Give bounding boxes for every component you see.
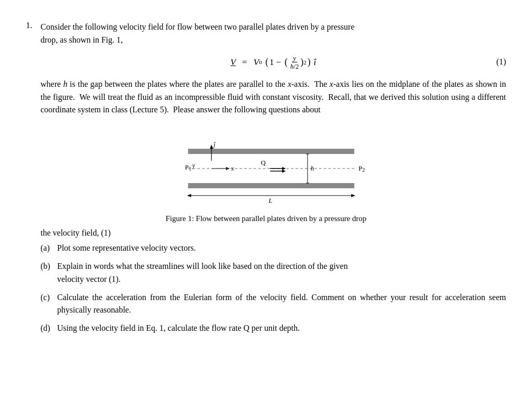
velocity-field-line: the velocity field, (1): [41, 228, 506, 238]
flow-arrow1-head: [282, 167, 286, 170]
figure-caption: Figure 1: Flow between parallel plates d…: [166, 214, 367, 223]
part-c-text: Calculate the acceleration from the Eule…: [57, 291, 506, 317]
problem-container: 1. Consider the following velocity field…: [26, 21, 506, 335]
problem-header: 1. Consider the following velocity field…: [26, 21, 506, 117]
fraction-denominator: h/2: [289, 62, 300, 71]
P2-label: P2: [358, 164, 365, 173]
j-hat-arrowhead: [210, 145, 213, 149]
ihat-symbol: î: [314, 56, 316, 69]
L-arrow-right: [351, 194, 355, 197]
paragraph1-text: where h is the gap between the plates wh…: [41, 80, 506, 114]
V0-subscript: o: [259, 57, 262, 67]
problem-intro: Consider the following velocity field fo…: [41, 21, 506, 117]
y-label: y: [192, 162, 195, 169]
part-b: (b) Explain in words what the streamline…: [41, 260, 506, 286]
part-a: (a) Plot some representative velocity ve…: [41, 242, 506, 255]
fraction-numerator: y: [292, 54, 297, 63]
intro-text-line2: drop, as shown in Fig. 1,: [41, 35, 123, 44]
h-label: h: [311, 164, 314, 172]
bottom-plate: [188, 183, 354, 188]
V0-symbol: V: [254, 56, 259, 69]
flow-arrow2-head: [282, 170, 286, 173]
problem-number: 1.: [26, 21, 41, 30]
equation-block: V = Vo ( 1 − ( y h/2 ) 2 ): [41, 54, 506, 71]
open-paren-frac: (: [282, 55, 288, 70]
figure-svg: ĵ y P1 x Q: [157, 127, 375, 210]
fraction-y-over-h2: y h/2: [289, 54, 300, 71]
part-d: (d) Using the velocity field in Eq. 1, c…: [41, 322, 506, 335]
figure-container: ĵ y P1 x Q: [26, 127, 506, 223]
P1-label: P1: [185, 163, 191, 172]
open-paren-big: (: [263, 55, 269, 70]
part-c-label: (c): [41, 291, 57, 304]
part-d-label: (d): [41, 322, 57, 335]
equation-number: (1): [496, 56, 506, 69]
part-d-text: Using the velocity field in Eq. 1, calcu…: [57, 322, 506, 335]
part-a-text: Plot some representative velocity vector…: [57, 242, 506, 255]
equals-sign: =: [240, 56, 249, 69]
equation-content: V = Vo ( 1 − ( y h/2 ) 2 ): [230, 54, 316, 71]
part-b-label: (b): [41, 260, 57, 273]
part-a-label: (a): [41, 242, 57, 255]
velocity-symbol: V: [230, 56, 235, 69]
L-label: L: [268, 197, 272, 204]
part-b-text: Explain in words what the streamlines wi…: [57, 260, 506, 286]
figure-diagram: ĵ y P1 x Q: [157, 127, 375, 210]
close-paren-big: ): [308, 55, 311, 70]
one-minus: 1 −: [270, 56, 281, 69]
intro-text-line1: Consider the following velocity field fo…: [41, 22, 354, 31]
Q-label: Q: [261, 159, 266, 166]
top-plate: [188, 149, 354, 154]
L-arrow-left: [187, 194, 191, 197]
part-c: (c) Calculate the acceleration from the …: [41, 291, 506, 317]
j-hat-label: ĵ: [212, 141, 216, 148]
parts-list: (a) Plot some representative velocity ve…: [41, 242, 506, 335]
